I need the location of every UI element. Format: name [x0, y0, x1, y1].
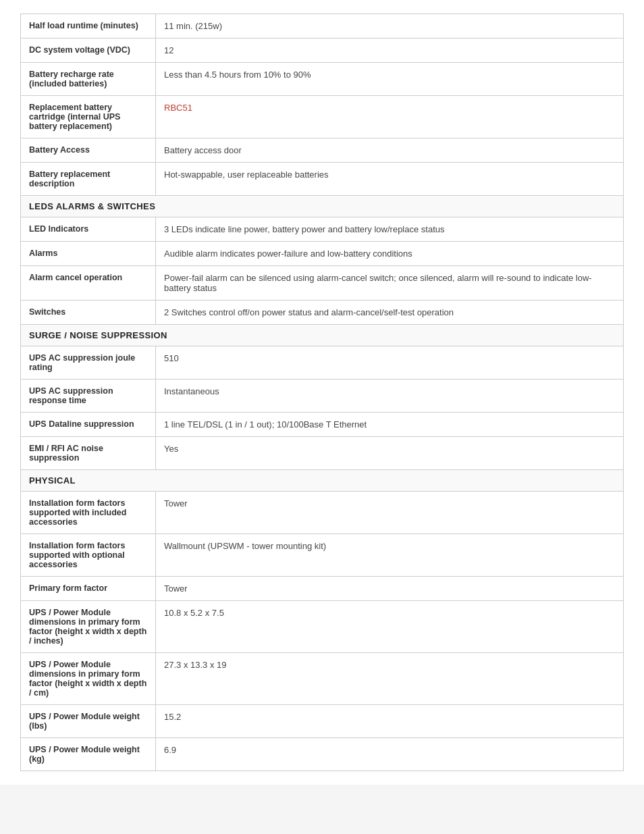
row-label: LED Indicators	[21, 217, 156, 242]
row-label: Replacement battery cartridge (internal …	[21, 96, 156, 138]
table-row: Primary form factorTower	[21, 577, 624, 601]
row-label: Installation form factors supported with…	[21, 492, 156, 534]
section-header-title: LEDS ALARMS & SWITCHES	[21, 196, 624, 217]
table-row: UPS AC suppression joule rating510	[21, 346, 624, 380]
table-row: UPS / Power Module dimensions in primary…	[21, 653, 624, 705]
row-label: Battery recharge rate (included batterie…	[21, 63, 156, 96]
row-value: 510	[156, 346, 624, 380]
row-label: UPS / Power Module dimensions in primary…	[21, 653, 156, 705]
row-label: Alarms	[21, 242, 156, 266]
row-value: Yes	[156, 437, 624, 470]
row-label: UPS / Power Module dimensions in primary…	[21, 601, 156, 653]
table-row: Battery replacement descriptionHot-swapp…	[21, 163, 624, 196]
row-label: DC system voltage (VDC)	[21, 38, 156, 63]
row-value: Wallmount (UPSWM - tower mounting kit)	[156, 534, 624, 577]
row-label: Half load runtime (minutes)	[21, 14, 156, 38]
table-row: UPS / Power Module weight (kg)6.9	[21, 738, 624, 771]
section-header-row: PHYSICAL	[21, 470, 624, 492]
row-value: Tower	[156, 492, 624, 534]
spec-table: Half load runtime (minutes)11 min. (215w…	[20, 14, 624, 771]
row-value: 6.9	[156, 738, 624, 771]
row-label: Switches	[21, 301, 156, 325]
table-row: Battery recharge rate (included batterie…	[21, 63, 624, 96]
table-row: LED Indicators3 LEDs indicate line power…	[21, 217, 624, 242]
table-row: Installation form factors supported with…	[21, 534, 624, 577]
row-value: 15.2	[156, 705, 624, 738]
row-label: Battery replacement description	[21, 163, 156, 196]
table-row: AlarmsAudible alarm indicates power-fail…	[21, 242, 624, 266]
table-row: Installation form factors supported with…	[21, 492, 624, 534]
row-value: Less than 4.5 hours from 10% to 90%	[156, 63, 624, 96]
row-value: Battery access door	[156, 138, 624, 163]
row-value: 1 line TEL/DSL (1 in / 1 out); 10/100Bas…	[156, 413, 624, 437]
row-label: Primary form factor	[21, 577, 156, 601]
row-label: UPS AC suppression response time	[21, 380, 156, 413]
row-value: Audible alarm indicates power-failure an…	[156, 242, 624, 266]
table-row: UPS / Power Module dimensions in primary…	[21, 601, 624, 653]
row-value: 11 min. (215w)	[156, 14, 624, 38]
row-value: Tower	[156, 577, 624, 601]
row-link[interactable]: RBC51	[164, 103, 192, 113]
row-label: UPS / Power Module weight (lbs)	[21, 705, 156, 738]
table-row: UPS Dataline suppression1 line TEL/DSL (…	[21, 413, 624, 437]
table-row: Battery AccessBattery access door	[21, 138, 624, 163]
table-row: UPS / Power Module weight (lbs)15.2	[21, 705, 624, 738]
section-header-row: SURGE / NOISE SUPPRESSION	[21, 325, 624, 346]
row-value: 3 LEDs indicate line power, battery powe…	[156, 217, 624, 242]
section-header-row: LEDS ALARMS & SWITCHES	[21, 196, 624, 217]
row-value: Power-fail alarm can be silenced using a…	[156, 266, 624, 301]
row-label: Battery Access	[21, 138, 156, 163]
row-label: EMI / RFI AC noise suppression	[21, 437, 156, 470]
row-value: Hot-swappable, user replaceable batterie…	[156, 163, 624, 196]
table-row: Half load runtime (minutes)11 min. (215w…	[21, 14, 624, 38]
row-label: Alarm cancel operation	[21, 266, 156, 301]
section-header-title: PHYSICAL	[21, 470, 624, 492]
row-value: 12	[156, 38, 624, 63]
table-row: Replacement battery cartridge (internal …	[21, 96, 624, 138]
row-value: RBC51	[156, 96, 624, 138]
table-row: Switches2 Switches control off/on power …	[21, 301, 624, 325]
row-label: UPS / Power Module weight (kg)	[21, 738, 156, 771]
row-label: Installation form factors supported with…	[21, 534, 156, 577]
row-label: UPS AC suppression joule rating	[21, 346, 156, 380]
table-row: Alarm cancel operationPower-fail alarm c…	[21, 266, 624, 301]
section-header-title: SURGE / NOISE SUPPRESSION	[21, 325, 624, 346]
row-value: 27.3 x 13.3 x 19	[156, 653, 624, 705]
row-label: UPS Dataline suppression	[21, 413, 156, 437]
table-row: UPS AC suppression response timeInstanta…	[21, 380, 624, 413]
page-wrapper: Half load runtime (minutes)11 min. (215w…	[0, 0, 644, 785]
row-value: 10.8 x 5.2 x 7.5	[156, 601, 624, 653]
table-row: EMI / RFI AC noise suppressionYes	[21, 437, 624, 470]
row-value: Instantaneous	[156, 380, 624, 413]
row-value: 2 Switches control off/on power status a…	[156, 301, 624, 325]
table-row: DC system voltage (VDC)12	[21, 38, 624, 63]
